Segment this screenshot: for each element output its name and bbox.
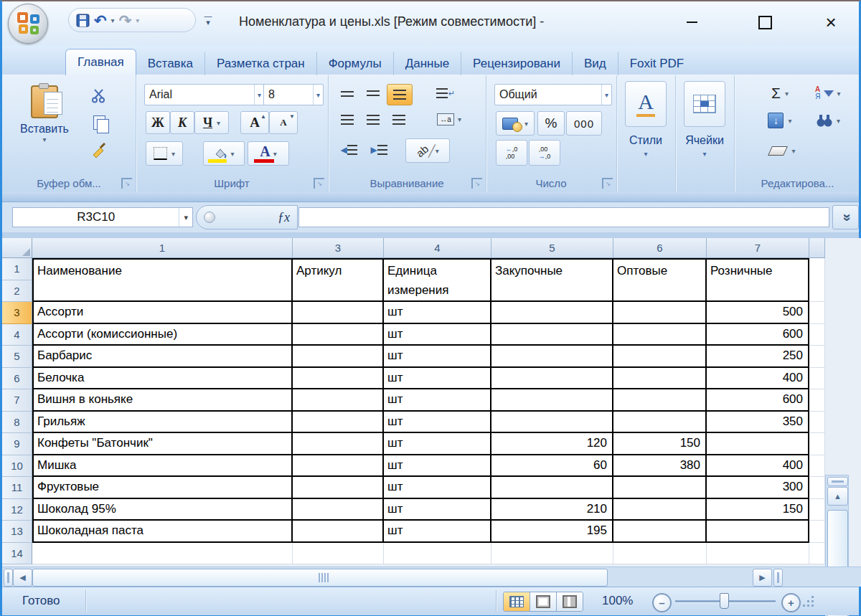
chevron-down-icon[interactable]: ▾ xyxy=(785,90,789,98)
normal-view-button[interactable] xyxy=(504,592,530,611)
chevron-down-icon[interactable]: ▾ xyxy=(524,120,528,128)
cell-r5-c5[interactable] xyxy=(613,346,707,368)
chevron-down-icon[interactable]: ▾ xyxy=(273,150,277,158)
cell-r6-c2[interactable] xyxy=(293,368,384,390)
cell-r8-c1[interactable]: Грильяж xyxy=(32,412,293,434)
row-header-1[interactable]: 1 xyxy=(2,258,32,280)
format-painter-button[interactable] xyxy=(87,138,111,160)
cell-r13-c4[interactable]: 195 xyxy=(491,521,613,543)
cell-r14-c6[interactable] xyxy=(707,543,809,565)
cell-r12-c3[interactable]: шт xyxy=(384,499,491,521)
cell-r7-c6[interactable]: 600 xyxy=(707,389,809,412)
maximize-button[interactable] xyxy=(748,11,781,33)
cell-r3-c3[interactable]: шт xyxy=(384,302,491,324)
tab-6[interactable]: Рецензировани xyxy=(461,52,573,75)
scroll-up-button[interactable]: ▲ xyxy=(827,487,848,506)
scrollbar-resize-handle[interactable] xyxy=(773,569,783,587)
align-right-button[interactable] xyxy=(387,110,411,130)
row-header-9[interactable]: 9 xyxy=(2,433,32,455)
cell-r13-c2[interactable] xyxy=(293,521,384,543)
clipboard-dialog-launcher[interactable]: ↘ xyxy=(121,178,132,189)
underline-button[interactable]: Ч ▾ xyxy=(194,111,229,134)
cell-r9-c6[interactable] xyxy=(707,433,809,455)
cell-r12-c6[interactable]: 150 xyxy=(707,499,809,521)
chevron-down-icon[interactable]: ▾ xyxy=(837,90,841,98)
row-header-8[interactable]: 8 xyxy=(2,412,32,434)
save-button[interactable] xyxy=(76,11,90,29)
cell-r12-c5[interactable] xyxy=(613,499,707,521)
autosum-button[interactable]: Σ ▾ xyxy=(761,82,799,104)
cell-r7-c4[interactable] xyxy=(491,389,613,412)
chevron-down-icon[interactable]: ▾ xyxy=(179,208,192,227)
minimize-button[interactable] xyxy=(675,11,708,33)
scroll-left-button[interactable]: ◀ xyxy=(13,569,32,587)
header-cell-2[interactable]: Артикул xyxy=(293,258,384,302)
decrease-indent-button[interactable]: ◀ xyxy=(335,138,362,161)
row-header-6[interactable]: 6 xyxy=(2,368,32,390)
increase-decimal-button[interactable]: ←,0,00 xyxy=(496,140,527,166)
cell-r3-c5[interactable] xyxy=(613,302,707,324)
increase-font-button[interactable]: А ▲ xyxy=(240,111,269,134)
cell-r8-c5[interactable] xyxy=(613,412,707,434)
cell-r5-c4[interactable] xyxy=(491,346,613,368)
clear-button[interactable]: ▾ xyxy=(763,140,803,161)
cell-partial[interactable] xyxy=(809,433,825,455)
formula-input[interactable] xyxy=(298,207,829,227)
tab-4[interactable]: Формулы xyxy=(317,52,394,75)
cell-r5-c1[interactable]: Барбарис xyxy=(32,346,293,368)
cell-r7-c1[interactable]: Вишня в коньяке xyxy=(32,389,293,412)
fill-button[interactable]: ↓ ▾ xyxy=(761,110,799,131)
cell-r14-c4[interactable] xyxy=(491,543,613,565)
cell-partial[interactable] xyxy=(809,389,825,412)
cell-r5-c3[interactable]: шт xyxy=(384,346,491,368)
cell-r12-c2[interactable] xyxy=(293,499,384,521)
tab-1[interactable]: Главная xyxy=(65,49,136,75)
header-cell-5[interactable]: Оптовые xyxy=(613,258,707,302)
chevron-down-icon[interactable]: ▾ xyxy=(644,150,647,158)
header-cell-3[interactable]: Единица измерения xyxy=(384,258,491,302)
increase-indent-button[interactable]: ▶ xyxy=(365,138,392,161)
chevron-down-icon[interactable]: ▾ xyxy=(601,85,611,105)
row-header-4[interactable]: 4 xyxy=(2,324,32,346)
chevron-down-icon[interactable]: ▾ xyxy=(702,150,706,158)
tab-7[interactable]: Вид xyxy=(573,52,618,75)
cell-r12-c4[interactable]: 210 xyxy=(491,499,613,521)
column-header-4[interactable]: 4 xyxy=(384,238,491,258)
alignment-dialog-launcher[interactable]: ↘ xyxy=(471,178,482,189)
merge-center-button[interactable]: ↔a ▾ xyxy=(430,108,469,130)
column-header-5[interactable]: 5 xyxy=(491,238,613,258)
cell-r13-c6[interactable] xyxy=(707,521,809,543)
tab-2[interactable]: Вставка xyxy=(136,52,205,75)
cell-r9-c3[interactable]: шт xyxy=(384,433,491,455)
header-cell-1[interactable]: Наименование xyxy=(32,258,293,302)
cell-r11-c4[interactable] xyxy=(491,477,613,499)
column-header-1[interactable]: 1 xyxy=(32,238,293,258)
bold-button[interactable]: Ж xyxy=(146,111,170,134)
cell-r3-c6[interactable]: 500 xyxy=(707,302,809,324)
header-cell-6[interactable]: Розничные xyxy=(707,258,809,302)
cell-partial[interactable] xyxy=(809,324,825,346)
tab-split-handle[interactable] xyxy=(4,569,13,587)
expand-formula-bar-button[interactable]: « xyxy=(832,205,859,229)
styles-button[interactable]: A Стили ▾ xyxy=(621,81,670,158)
cell-r14-c3[interactable] xyxy=(384,543,491,565)
cell-r5-c2[interactable] xyxy=(293,346,384,368)
chevron-down-icon[interactable]: ▾ xyxy=(788,117,791,125)
accounting-format-button[interactable]: ▾ xyxy=(496,111,535,136)
zoom-in-button[interactable]: + xyxy=(781,593,801,612)
cell-r10-c4[interactable]: 60 xyxy=(491,455,613,478)
number-dialog-launcher[interactable]: ↘ xyxy=(602,178,613,189)
tab-5[interactable]: Данные xyxy=(394,52,461,75)
cell-r3-c2[interactable] xyxy=(293,302,384,324)
row-header-7[interactable]: 7 xyxy=(2,389,32,412)
cell-r8-c6[interactable]: 350 xyxy=(707,412,809,434)
cell-partial[interactable] xyxy=(809,346,825,368)
cell-partial[interactable] xyxy=(809,499,825,521)
cell-partial[interactable] xyxy=(809,412,825,434)
font-name-combobox[interactable]: Arial ▾ xyxy=(144,84,265,105)
cell-r3-c4[interactable] xyxy=(491,302,613,324)
chevron-down-icon[interactable]: ▾ xyxy=(837,117,840,125)
align-left-button[interactable] xyxy=(335,110,359,130)
cell-r3-c1[interactable]: Ассорти xyxy=(32,302,293,324)
comma-style-button[interactable]: 000 xyxy=(566,111,602,136)
